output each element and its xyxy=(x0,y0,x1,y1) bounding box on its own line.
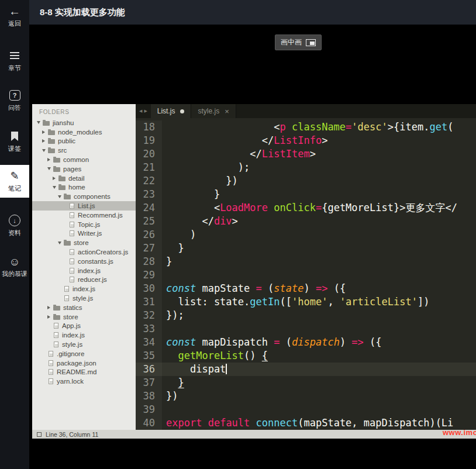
picture-in-picture-icon xyxy=(306,39,316,46)
code-line-33[interactable]: 33 xyxy=(136,322,476,336)
disclosure-arrow-icon[interactable] xyxy=(58,242,63,244)
tree-folder-home[interactable]: home xyxy=(32,183,136,192)
tree-folder-pages[interactable]: pages xyxy=(32,164,136,174)
sidebar-item-mooc[interactable]: 我的慕课 xyxy=(0,255,29,278)
tree-folder-detail[interactable]: detail xyxy=(32,174,136,183)
player-sidebar: 返回章节问答课签笔记资料我的慕课 xyxy=(0,0,29,469)
code-line-25[interactable]: 25 </div> xyxy=(136,215,476,228)
sidebar-item-bookmark[interactable]: 课签 xyxy=(0,130,29,153)
sidebar-item-qa[interactable]: 问答 xyxy=(0,89,29,112)
code-line-23[interactable]: 23 } xyxy=(136,188,476,201)
code-line-19[interactable]: 19 </ListInfo> xyxy=(136,134,476,147)
tree-folder-statics[interactable]: statics xyxy=(32,303,136,312)
code-line-24[interactable]: 24 <LoadMore onClick={getMoreList}>更多文字<… xyxy=(136,201,476,215)
code-line-39[interactable]: 39 xyxy=(136,403,476,416)
code-line-18[interactable]: 18 <p className='desc'>{item.get( xyxy=(136,120,476,134)
code-line-36[interactable]: 36 dispat xyxy=(136,363,476,376)
line-number: 34 xyxy=(136,336,162,349)
pip-button[interactable]: 画中画 xyxy=(275,35,322,50)
tree-folder-node_modules[interactable]: node_modules xyxy=(32,127,136,137)
disclosure-arrow-icon[interactable] xyxy=(47,315,53,319)
code-line-32[interactable]: 32}); xyxy=(136,309,476,322)
tree-item-label: README.md xyxy=(57,368,96,375)
line-number: 21 xyxy=(136,161,162,174)
code-line-30[interactable]: 30const mapState = (state) => ({ xyxy=(136,282,476,295)
code-line-22[interactable]: 22 }) xyxy=(136,174,476,188)
disclosure-arrow-icon[interactable] xyxy=(53,177,58,180)
disclosure-arrow-icon[interactable] xyxy=(42,130,47,134)
tree-file-index.js[interactable]: index.js xyxy=(32,330,136,340)
tree-file-Writer.js[interactable]: Writer.js xyxy=(32,229,136,239)
folder-icon xyxy=(43,121,50,126)
disclosure-arrow-icon[interactable] xyxy=(37,121,42,124)
code-line-37[interactable]: 37 } xyxy=(136,376,476,389)
line-number: 38 xyxy=(136,389,162,403)
code-text: } xyxy=(162,188,476,201)
tree-file-style.js[interactable]: style.js xyxy=(32,340,136,349)
tree-file-actionCreators.js[interactable]: actionCreators.js xyxy=(32,247,136,257)
code-line-21[interactable]: 21 ); xyxy=(136,161,476,174)
disclosure-arrow-icon[interactable] xyxy=(47,167,53,170)
tree-file-Recommend.js[interactable]: Recommend.js xyxy=(32,211,136,220)
code-line-35[interactable]: 35 getMoreList() { xyxy=(136,349,476,363)
tree-file-.gitignore[interactable]: .gitignore xyxy=(32,349,136,358)
code-line-40[interactable]: 40export default connect(mapState, mapDi… xyxy=(136,416,476,430)
code-line-29[interactable]: 29 xyxy=(136,268,476,282)
code-line-27[interactable]: 27 } xyxy=(136,242,476,255)
tree-item-label: public xyxy=(58,137,75,144)
tab-style.js[interactable]: style.js× xyxy=(191,104,236,118)
code-line-38[interactable]: 38}) xyxy=(136,389,476,403)
tree-item-label: List.js xyxy=(78,202,95,209)
code-text: }) xyxy=(162,174,476,188)
code-area[interactable]: 18 <p className='desc'>{item.get(19 </Li… xyxy=(136,118,476,430)
tab-List.js[interactable]: List.js xyxy=(151,104,192,118)
file-icon xyxy=(70,222,74,227)
disclosure-arrow-icon[interactable] xyxy=(42,139,47,143)
code-line-20[interactable]: 20 </ListItem> xyxy=(136,147,476,161)
sidebar-item-notes[interactable]: 笔记 xyxy=(0,165,29,198)
tree-file-README.md[interactable]: README.md xyxy=(32,368,136,377)
line-number: 24 xyxy=(136,201,162,215)
tree-file-App.js[interactable]: App.js xyxy=(32,322,136,331)
tree-file-package.json[interactable]: package.json xyxy=(32,358,136,368)
question-icon xyxy=(9,89,20,102)
line-number: 35 xyxy=(136,349,162,363)
tree-file-reducer.js[interactable]: reducer.js xyxy=(32,275,136,285)
tab-scroll-arrows: ◀ ▶ xyxy=(136,104,151,118)
tab-scroll-right-icon[interactable]: ▶ xyxy=(144,109,147,113)
disclosure-arrow-icon[interactable] xyxy=(42,149,47,152)
video-area[interactable]: 画中画 FOLDERS jianshunode_modulespublicsrc… xyxy=(29,25,476,469)
close-tab-icon[interactable]: × xyxy=(225,108,229,115)
code-line-34[interactable]: 34const mapDispatch = (dispatch) => ({ xyxy=(136,336,476,349)
code-line-28[interactable]: 28} xyxy=(136,255,476,268)
tree-folder-store[interactable]: store xyxy=(32,312,136,322)
tree-folder-components[interactable]: components xyxy=(32,192,136,201)
file-icon xyxy=(70,268,74,274)
disclosure-arrow-icon[interactable] xyxy=(47,158,53,161)
folder-icon xyxy=(53,158,60,163)
sidebar-item-chapters[interactable]: 章节 xyxy=(0,49,29,73)
code-line-31[interactable]: 31 list: state.getIn(['home', 'articleLi… xyxy=(136,295,476,309)
tree-file-style.js[interactable]: style.js xyxy=(32,294,136,303)
tree-item-label: actionCreators.js xyxy=(78,249,128,256)
tree-folder-jianshu[interactable]: jianshu xyxy=(32,118,136,127)
tree-item-label: constants.js xyxy=(78,258,113,265)
tree-folder-src[interactable]: src xyxy=(32,146,136,155)
tree-file-constants.js[interactable]: constants.js xyxy=(32,257,136,266)
tree-folder-public[interactable]: public xyxy=(32,137,136,146)
tree-file-Topic.js[interactable]: Topic.js xyxy=(32,220,136,229)
tree-file-yarn.lock[interactable]: yarn.lock xyxy=(32,377,136,386)
sidebar-item-materials[interactable]: 资料 xyxy=(0,214,29,237)
tab-scroll-left-icon[interactable]: ◀ xyxy=(139,109,142,113)
sidebar-item-back[interactable]: 返回 xyxy=(0,5,29,28)
disclosure-arrow-icon[interactable] xyxy=(53,186,58,189)
disclosure-arrow-icon[interactable] xyxy=(47,306,53,309)
tree-file-List.js[interactable]: List.js xyxy=(32,201,136,211)
editor-window: FOLDERS jianshunode_modulespublicsrccomm… xyxy=(32,104,476,439)
disclosure-arrow-icon[interactable] xyxy=(58,195,63,198)
tree-folder-common[interactable]: common xyxy=(32,155,136,164)
tree-file-index.js[interactable]: index.js xyxy=(32,284,136,294)
tree-folder-store[interactable]: store xyxy=(32,238,136,247)
code-line-26[interactable]: 26 ) xyxy=(136,228,476,242)
tree-file-index.js[interactable]: index.js xyxy=(32,266,136,275)
